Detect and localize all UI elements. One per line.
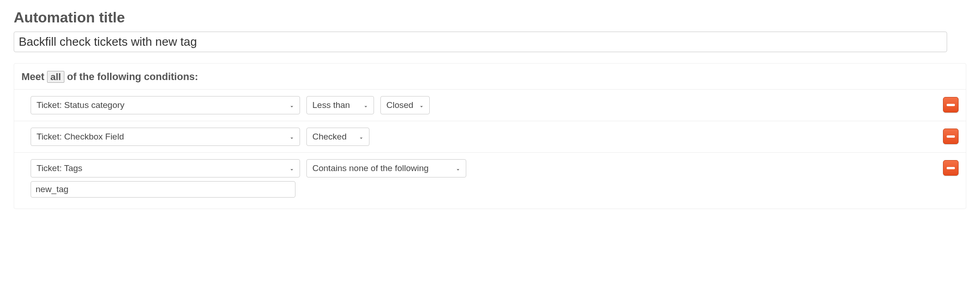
conditions-panel: Meet all of the following conditions: Ti… — [14, 63, 966, 209]
remove-condition-button[interactable] — [943, 129, 959, 144]
condition-operator-value: Contains none of the following — [312, 163, 429, 173]
condition-operator-select[interactable]: Checked — [306, 128, 369, 146]
condition-field-select[interactable]: Ticket: Status category — [31, 96, 300, 114]
condition-row: Ticket: Status category Less than Closed — [14, 89, 966, 121]
minus-icon — [947, 167, 955, 169]
minus-icon — [947, 135, 955, 138]
remove-condition-button[interactable] — [943, 97, 959, 113]
condition-row: Ticket: Checkbox Field Checked — [14, 121, 966, 152]
chevron-down-icon — [358, 134, 364, 140]
condition-value-text: Closed — [386, 100, 413, 110]
condition-operator-select[interactable]: Less than — [306, 96, 374, 114]
minus-icon — [947, 104, 955, 106]
chevron-down-icon — [289, 102, 295, 108]
condition-fields: Ticket: Status category Less than Closed — [31, 96, 937, 114]
condition-field-value: Ticket: Checkbox Field — [37, 132, 124, 142]
condition-field-value: Ticket: Tags — [37, 163, 82, 173]
condition-fields: Ticket: Tags Contains none of the follow… — [31, 159, 937, 198]
match-mode-toggle[interactable]: all — [47, 71, 64, 83]
condition-operator-select[interactable]: Contains none of the following — [306, 159, 466, 177]
conditions-header: Meet all of the following conditions: — [21, 71, 966, 83]
conditions-header-suffix: of the following conditions: — [67, 71, 198, 82]
condition-value-select[interactable]: Closed — [380, 96, 430, 114]
conditions-header-prefix: Meet — [21, 71, 44, 82]
condition-field-select[interactable]: Ticket: Checkbox Field — [31, 128, 300, 146]
condition-field-select[interactable]: Ticket: Tags — [31, 159, 300, 177]
remove-condition-button[interactable] — [943, 160, 959, 176]
chevron-down-icon — [455, 165, 461, 172]
chevron-down-icon — [363, 102, 369, 108]
condition-operator-value: Less than — [312, 100, 350, 110]
condition-fields: Ticket: Checkbox Field Checked — [31, 128, 937, 146]
chevron-down-icon — [289, 165, 295, 172]
automation-title-label: Automation title — [14, 9, 966, 26]
condition-field-value: Ticket: Status category — [37, 100, 125, 110]
condition-row: Ticket: Tags Contains none of the follow… — [14, 152, 966, 204]
chevron-down-icon — [289, 134, 295, 140]
automation-title-input[interactable] — [14, 32, 947, 52]
automation-title-section: Automation title — [14, 9, 966, 52]
condition-tag-input[interactable] — [31, 181, 295, 198]
condition-operator-value: Checked — [312, 132, 347, 142]
chevron-down-icon — [418, 102, 425, 108]
